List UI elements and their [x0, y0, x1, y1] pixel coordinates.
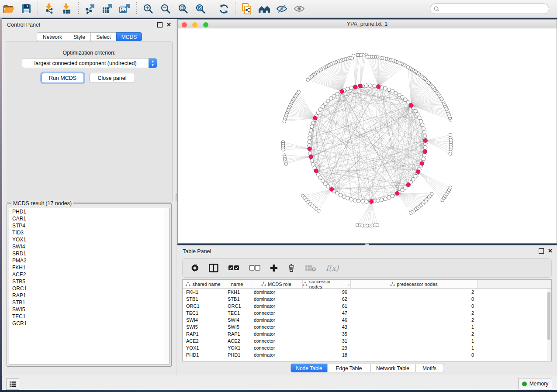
task-history-button[interactable]: [6, 378, 19, 390]
network-node[interactable]: [416, 113, 419, 116]
mcds-result-item[interactable]: FKH1: [9, 264, 169, 271]
network-node[interactable]: [372, 84, 376, 88]
refresh-icon[interactable]: [217, 3, 230, 15]
function-builder-button[interactable]: f(x): [326, 264, 339, 272]
network-node[interactable]: [311, 162, 315, 166]
tab-edge-table[interactable]: Edge Table: [327, 364, 370, 372]
tab-network[interactable]: Network: [37, 32, 68, 41]
mcds-result-item[interactable]: STB5: [9, 278, 169, 285]
network-node[interactable]: [419, 119, 423, 123]
mcds-hub-node[interactable]: [406, 182, 410, 186]
network-node[interactable]: [318, 108, 322, 111]
mcds-hub-node[interactable]: [353, 85, 357, 89]
clone-network-icon[interactable]: [240, 3, 253, 15]
network-node[interactable]: [384, 86, 387, 90]
network-node[interactable]: [365, 84, 368, 87]
mcds-result-item[interactable]: GCR1: [9, 320, 169, 327]
network-node[interactable]: [353, 199, 356, 202]
network-node[interactable]: [318, 176, 322, 179]
network-node[interactable]: [412, 178, 415, 181]
network-node[interactable]: [404, 98, 407, 101]
network-node[interactable]: [336, 92, 339, 96]
mcds-hub-node[interactable]: [377, 85, 381, 89]
export-table-icon[interactable]: [101, 3, 114, 15]
memory-button[interactable]: Memory: [518, 378, 552, 389]
network-node[interactable]: [324, 102, 327, 105]
mcds-hub-node[interactable]: [395, 191, 399, 195]
import-network-icon[interactable]: [43, 3, 56, 15]
mcds-hub-node[interactable]: [340, 89, 344, 93]
network-node[interactable]: [368, 84, 372, 87]
network-node[interactable]: [406, 100, 410, 104]
mcds-result-item[interactable]: ORC1: [9, 285, 169, 292]
mcds-hub-node[interactable]: [308, 147, 311, 151]
mcds-hub-node[interactable]: [423, 138, 427, 142]
network-node[interactable]: [414, 109, 417, 113]
mcds-result-list[interactable]: PHD1CAR1STP4TID3YOX1SWI4SRD1PMA2FKH1ACE2…: [9, 208, 170, 364]
tab-select[interactable]: Select: [90, 32, 117, 41]
mcds-list-scrollbar[interactable]: [164, 208, 169, 364]
table-row[interactable]: RAP1RAP1dominator352: [183, 330, 551, 337]
network-node[interactable]: [422, 157, 425, 161]
zoom-selected-icon[interactable]: [194, 3, 207, 15]
mcds-result-item[interactable]: TID3: [9, 229, 169, 236]
criterion-dropdown[interactable]: largest connected component (undirected)…: [22, 58, 157, 68]
network-leaf-node[interactable]: [430, 192, 434, 196]
table-row[interactable]: ACE2ACE2connector311: [183, 337, 551, 344]
network-node[interactable]: [346, 87, 349, 91]
table-scrollbar-thumb[interactable]: [547, 292, 550, 340]
export-image-icon[interactable]: [118, 3, 131, 15]
column-header-MCDS-role[interactable]: MCDS role: [250, 280, 303, 288]
network-leaf-node[interactable]: [406, 65, 410, 69]
network-node[interactable]: [321, 105, 325, 108]
network-node[interactable]: [422, 127, 425, 130]
network-node[interactable]: [310, 159, 314, 162]
mcds-result-item[interactable]: YOX1: [9, 236, 169, 243]
mcds-result-item[interactable]: SWI4: [9, 243, 169, 250]
tab-motifs[interactable]: Motifs: [415, 364, 444, 372]
first-neighbors-icon[interactable]: [258, 3, 271, 15]
network-leaf-node[interactable]: [283, 120, 286, 123]
mcds-result-item[interactable]: CAR1: [9, 215, 169, 222]
table-row[interactable]: SWI5SWI5connector431: [183, 323, 551, 330]
table-row[interactable]: SWI4SWI4dominator462: [183, 316, 551, 323]
show-all-eye-icon[interactable]: [293, 3, 306, 15]
network-leaf-node[interactable]: [284, 162, 288, 166]
network-node[interactable]: [309, 128, 312, 132]
table-row[interactable]: STB1STB1dominator620: [183, 296, 551, 303]
mcds-hub-node[interactable]: [330, 187, 334, 191]
search-field[interactable]: [430, 3, 549, 14]
mcds-hub-node[interactable]: [358, 84, 362, 88]
tab-node-table[interactable]: Node Table: [291, 364, 328, 372]
network-node[interactable]: [418, 116, 421, 119]
table-row[interactable]: FKH1FKH1dominator962: [183, 289, 551, 296]
network-leaf-node[interactable]: [449, 133, 452, 137]
network-node[interactable]: [339, 193, 342, 197]
mcds-result-item[interactable]: ACE2: [9, 271, 169, 278]
mcds-hub-node[interactable]: [409, 103, 413, 107]
network-node[interactable]: [414, 174, 417, 178]
network-node[interactable]: [310, 125, 314, 128]
mcds-result-item[interactable]: PMA2: [9, 257, 169, 264]
network-node[interactable]: [321, 179, 325, 182]
float-table-panel-icon[interactable]: [539, 248, 544, 254]
network-node[interactable]: [332, 94, 336, 98]
network-node[interactable]: [346, 196, 349, 200]
network-leaf-node[interactable]: [352, 54, 355, 58]
network-node[interactable]: [394, 91, 398, 95]
network-node[interactable]: [401, 188, 404, 192]
network-node[interactable]: [424, 146, 427, 149]
network-node[interactable]: [316, 173, 320, 176]
add-column-icon[interactable]: [270, 264, 278, 272]
open-file-icon[interactable]: [2, 3, 15, 15]
network-node[interactable]: [308, 140, 311, 143]
deselect-all-rows-icon[interactable]: [249, 265, 260, 271]
mcds-hub-node[interactable]: [370, 199, 374, 203]
network-leaf-node[interactable]: [317, 209, 321, 213]
network-node[interactable]: [423, 134, 427, 138]
export-network-icon[interactable]: [83, 3, 97, 15]
table-scrollbar[interactable]: [547, 289, 551, 361]
network-leaf-node[interactable]: [376, 224, 379, 227]
table-settings-gear-icon[interactable]: [190, 264, 199, 272]
network-node[interactable]: [357, 199, 360, 203]
